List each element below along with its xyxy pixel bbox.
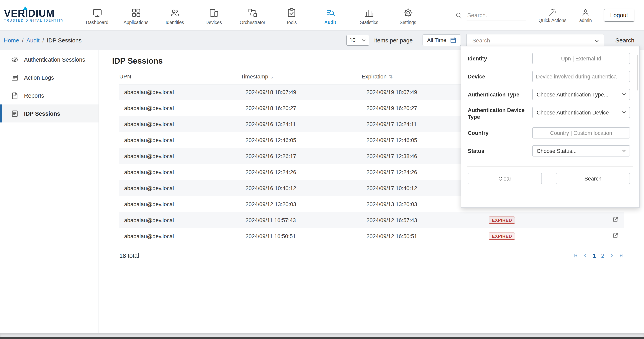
previous-page-icon[interactable]	[582, 253, 588, 259]
sort-desc-icon: ⌄	[270, 74, 273, 79]
page-number-2[interactable]: 2	[600, 252, 605, 259]
chevron-down-icon	[622, 148, 626, 153]
brand-triangle-icon	[23, 6, 28, 10]
search-icon[interactable]	[455, 11, 462, 19]
total-count-label: 18 total	[119, 252, 139, 259]
authentication-type-value: Choose Authentication Type...	[537, 91, 608, 97]
search-button[interactable]: Search	[615, 37, 634, 44]
authentication-type-label: Authentication Type	[468, 91, 532, 98]
actions-cell	[598, 212, 624, 228]
first-page-icon[interactable]	[573, 253, 579, 259]
status-cell: EXPIRED	[484, 212, 598, 228]
timestamp-cell: 2024/09/11 16:57:43	[241, 212, 362, 228]
sidebar-item-label: Action Logs	[24, 74, 54, 81]
session-search-combobox[interactable]: Search	[466, 34, 604, 46]
identity-label: Identity	[468, 55, 532, 62]
breadcrumb-separator: /	[42, 37, 44, 43]
status-cell: EXPIRED	[484, 228, 598, 244]
chevron-down-icon	[622, 110, 626, 115]
timestamp-cell: 2024/09/12 13:20:03	[241, 196, 362, 212]
column-header-timestamp[interactable]: Timestamp⌄	[241, 69, 362, 84]
timestamp-cell: 2024/09/18 16:20:27	[241, 100, 362, 116]
brand-logo[interactable]: VERIDIUM TRUSTED DIGITAL IDENTITY	[4, 8, 67, 22]
sidebar-item-label: IDP Sessions	[24, 110, 60, 117]
timestamp-cell: 2024/09/16 12:46:05	[241, 132, 362, 148]
sidebar-item-action-logs[interactable]: Action Logs	[0, 68, 98, 86]
actions-cell	[598, 228, 624, 244]
nav-label: Audit	[324, 20, 336, 25]
timestamp-cell: 2024/09/16 13:24:11	[241, 116, 362, 132]
last-page-icon[interactable]	[618, 253, 624, 259]
breadcrumb-audit-link[interactable]: Audit	[26, 37, 40, 43]
device-input[interactable]	[532, 71, 630, 82]
page-number-1[interactable]: 1	[592, 252, 597, 259]
status-select[interactable]: Choose Status...	[532, 145, 630, 156]
session-search-placeholder: Search	[472, 37, 490, 43]
clear-filters-button[interactable]: Clear	[468, 173, 542, 184]
country-label: Country	[468, 129, 532, 136]
nav-item-settings[interactable]: Settings	[388, 6, 427, 25]
column-header-upn: UPN	[119, 69, 241, 84]
timestamp-cell: 2024/09/11 16:50:51	[241, 228, 362, 244]
logout-button[interactable]: Logout	[604, 9, 634, 22]
open-session-icon[interactable]	[612, 216, 619, 223]
nav-item-audit[interactable]: Audit	[311, 6, 350, 25]
nav-item-statistics[interactable]: Statistics	[350, 6, 388, 25]
upn-cell: ababalau@dev.local	[119, 84, 241, 100]
panel-actions: Clear Search	[468, 173, 630, 184]
sidebar-item-reports[interactable]: Reports	[0, 86, 98, 104]
session-row: ababalau@dev.local 2024/09/11 16:50:51 2…	[119, 228, 624, 244]
upn-cell: ababalau@dev.local	[119, 196, 241, 212]
open-session-icon[interactable]	[612, 232, 619, 239]
sidebar-item-authentication-sessions[interactable]: Authentication Sessions	[0, 50, 98, 68]
orchestrator-icon	[247, 7, 258, 18]
quick-actions-button[interactable]: Quick Actions	[538, 8, 566, 23]
breadcrumb: Home / Audit / IDP Sessions	[4, 37, 82, 43]
sidebar-item-idp-sessions[interactable]: IDP Sessions	[0, 104, 98, 122]
identity-input[interactable]	[532, 53, 630, 64]
upn-cell: ababalau@dev.local	[119, 132, 241, 148]
nav-label: Orchestrator	[240, 20, 265, 25]
chevron-down-icon	[622, 92, 626, 97]
user-menu-button[interactable]: admin	[579, 8, 592, 23]
authentication-type-select[interactable]: Choose Authentication Type...	[532, 89, 630, 100]
country-input[interactable]	[532, 127, 630, 138]
page-size-select[interactable]: 10	[346, 35, 369, 46]
brand-name: VERIDIUM	[4, 8, 67, 18]
status-badge: EXPIRED	[488, 233, 515, 240]
next-page-icon[interactable]	[609, 253, 615, 259]
breadcrumb-home-link[interactable]: Home	[4, 37, 19, 43]
authentication-device-type-select[interactable]: Choose Authentication Device	[532, 107, 630, 118]
time-filter-label: All Time	[427, 37, 446, 43]
report-document-icon	[11, 91, 19, 99]
filter-row-country: Country	[468, 127, 630, 138]
audit-sidebar: Authentication Sessions Action Logs Repo…	[0, 50, 99, 334]
upn-cell: ababalau@dev.local	[119, 116, 241, 132]
time-filter-button[interactable]: All Time	[423, 34, 461, 46]
apply-search-button[interactable]: Search	[556, 173, 630, 184]
application-window: VERIDIUM TRUSTED DIGITAL IDENTITY Dashbo…	[0, 0, 644, 339]
tools-icon	[286, 7, 296, 18]
upn-cell: ababalau@dev.local	[119, 148, 241, 164]
nav-item-identities[interactable]: Identities	[156, 6, 194, 25]
nav-item-dashboard[interactable]: Dashboard	[78, 6, 116, 25]
panel-scrollbar[interactable]	[637, 55, 638, 90]
nav-item-orchestrator[interactable]: Orchestrator	[233, 6, 272, 25]
nav-label: Dashboard	[86, 20, 108, 25]
applications-icon	[131, 7, 141, 18]
global-search-input[interactable]	[466, 10, 526, 20]
top-navigation-bar: VERIDIUM TRUSTED DIGITAL IDENTITY Dashbo…	[0, 0, 644, 31]
timestamp-cell: 2024/09/18 18:07:49	[241, 84, 362, 100]
panel-divider	[467, 166, 633, 166]
nav-item-tools[interactable]: Tools	[272, 6, 311, 25]
page-bottom-strip	[0, 334, 644, 337]
authentication-device-type-value: Choose Authentication Device	[537, 109, 609, 115]
dashboard-icon	[92, 7, 102, 18]
nav-item-devices[interactable]: Devices	[194, 6, 233, 25]
identities-icon	[170, 7, 180, 18]
status-value: Choose Status...	[537, 148, 577, 154]
authentication-device-type-label: Authentication Device Type	[468, 107, 532, 120]
user-icon	[581, 8, 590, 16]
nav-item-applications[interactable]: Applications	[116, 6, 156, 25]
settings-gear-icon	[403, 7, 413, 18]
